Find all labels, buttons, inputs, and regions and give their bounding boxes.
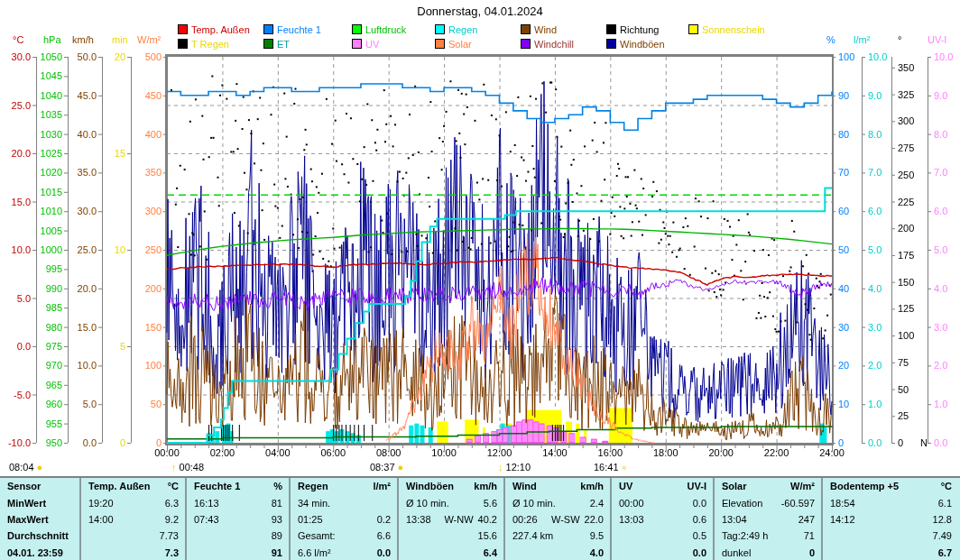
- time-marker-label: 12:10: [506, 462, 531, 473]
- stats-value: 7.73: [160, 530, 179, 541]
- stats-value: 15.6: [478, 530, 497, 541]
- stats-value: Windböen: [406, 481, 454, 491]
- axis-header-pct: %: [826, 34, 835, 45]
- stats-cell-temp-au-en: 14:009.2: [79, 511, 185, 528]
- legend-label: Solar: [448, 39, 472, 50]
- legend-item-temp-au-en: Temp. Außen: [178, 24, 250, 35]
- legend-swatch-icon: [521, 24, 531, 34]
- legend-label: T Regen: [191, 39, 229, 50]
- sun-icon: ●: [398, 462, 404, 473]
- legend-item-regen: Regen: [435, 24, 477, 35]
- stats-value: 0.0: [693, 547, 706, 558]
- stats-value: 6.6: [377, 530, 391, 541]
- stats-value: km/h: [474, 481, 497, 491]
- stats-cell-regen: 34 min.: [289, 494, 397, 510]
- stats-value: W-SW: [538, 514, 585, 525]
- stats-row-label: Durchschnitt: [0, 528, 79, 544]
- stats-cell-wind: 227.4 km9.5: [503, 528, 610, 544]
- stats-row-label: MinWert: [0, 494, 79, 510]
- legend-label: Wind: [534, 24, 557, 35]
- legend-label: UV: [365, 39, 379, 50]
- x-axis-label: 14:00: [535, 447, 575, 458]
- stats-value: km/h: [580, 481, 604, 491]
- legend-item-sonnenschein: Sonnenschein: [688, 24, 765, 35]
- stats-row-label: MaxWert: [0, 511, 79, 528]
- stats-value: 22.0: [585, 514, 604, 525]
- legend-swatch-icon: [263, 24, 273, 34]
- legend-item-t-regen: T Regen: [178, 39, 229, 50]
- stats-value: 13:04: [722, 514, 747, 525]
- axis-header-hpa: hPa: [43, 34, 61, 45]
- stats-cell-wind: Ø 10 min.2.4: [503, 494, 610, 510]
- stats-value: UV-I: [688, 481, 706, 491]
- stats-cell-solar: Tag:2:49 h71: [713, 528, 821, 544]
- stats-value: 13:38: [406, 514, 431, 525]
- stats-value: 7.3: [165, 547, 179, 558]
- stats-value: %: [273, 481, 282, 491]
- stats-value: 12.8: [933, 514, 952, 525]
- stats-cell-uv: 00:000.0: [610, 494, 713, 510]
- sun-icon: ●: [37, 462, 43, 473]
- stats-cell-feuchte-1: 07:4393: [185, 511, 289, 528]
- stats-cell-feuchte-1: 89: [185, 528, 289, 544]
- stats-value: 19:20: [88, 498, 114, 509]
- axis-header-dir: °: [898, 34, 901, 45]
- stats-value: 227.4 km: [512, 530, 553, 541]
- x-axis-label: 04:00: [258, 447, 298, 458]
- stats-cell-regen: 6.6 l/m²0.0: [289, 545, 397, 560]
- stats-value: 9.5: [590, 530, 604, 541]
- stats-value: 5.6: [484, 498, 497, 509]
- weather-day-chart-window: Donnerstag, 04.01.2024 Temp. AußenFeucht…: [0, 0, 960, 560]
- legend-label: Regen: [448, 24, 477, 35]
- legend-swatch-icon: [435, 24, 445, 34]
- arrow-up-icon: ↑: [171, 462, 177, 473]
- stats-value: 2.4: [590, 498, 604, 509]
- legend-item-solar: Solar: [435, 39, 472, 50]
- stats-value: 93: [272, 514, 282, 525]
- stats-value: Temp. Außen: [88, 481, 150, 491]
- stats-value: 6.7: [938, 547, 952, 558]
- stats-value: Tag:2:49 h: [722, 530, 768, 541]
- legend-label: Richtung: [620, 24, 659, 35]
- time-marker: 08:37 ●: [370, 462, 403, 473]
- x-axis-label: 20:00: [701, 447, 741, 458]
- stats-value: 0.0: [377, 547, 391, 558]
- legend-swatch-icon: [688, 24, 698, 34]
- x-axis-label: 16:00: [590, 447, 630, 458]
- stats-cell-wind: Windkm/h: [503, 478, 610, 494]
- legend-swatch-icon: [263, 39, 273, 49]
- stats-value: 71: [804, 530, 815, 541]
- stats-value: Ø 10 min.: [406, 498, 449, 509]
- x-axis-label: 22:00: [757, 447, 797, 458]
- stats-cell-uv: 0.5: [610, 528, 713, 544]
- time-marker: ↑ 00:48: [171, 462, 204, 473]
- legend-item-richtung: Richtung: [606, 24, 659, 35]
- time-marker: ↓ 12:10: [498, 462, 531, 473]
- legend-label: Sonnenschein: [702, 24, 765, 35]
- stats-value: 91: [272, 547, 282, 558]
- stats-cell-regen: 01:250.2: [289, 511, 397, 528]
- legend-item-windb-en: Windböen: [606, 39, 665, 50]
- legend-item-feuchte-1: Feuchte 1: [263, 24, 321, 35]
- stats-value: 18:54: [830, 498, 855, 509]
- stats-cell-uv: 13:030.6: [610, 511, 713, 528]
- stats-value: 81: [272, 498, 282, 509]
- stats-value: Ø 10 min.: [512, 498, 556, 509]
- stats-value: Bodentemp +5: [830, 481, 899, 491]
- legend-swatch-icon: [352, 24, 362, 34]
- x-axis-label: 08:00: [369, 447, 409, 458]
- stats-value: 89: [272, 530, 282, 541]
- legend-label: Temp. Außen: [191, 24, 250, 35]
- legend-item-windchill: Windchill: [521, 39, 574, 50]
- stats-value: 14:12: [830, 514, 855, 525]
- stats-row-label: Sensor: [0, 478, 79, 494]
- legend-item-uv: UV: [352, 39, 379, 50]
- axis-header-uvi: UV-I: [928, 34, 946, 45]
- legend-swatch-icon: [435, 39, 445, 49]
- x-axis-label: 24:00: [812, 447, 852, 458]
- stats-value: Solar: [722, 481, 747, 491]
- stats-cell-windb-en: Ø 10 min.5.6: [397, 494, 503, 510]
- legend-label: ET: [277, 39, 290, 50]
- stats-cell-solar: 13:04247: [713, 511, 821, 528]
- stats-value: 6.1: [938, 498, 952, 509]
